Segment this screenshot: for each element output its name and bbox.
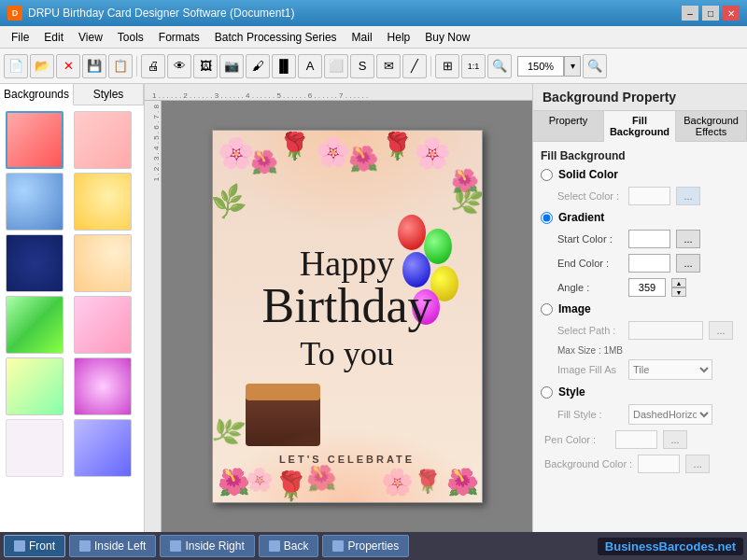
tab-property[interactable]: Property bbox=[533, 111, 604, 141]
bg-thumb-12[interactable] bbox=[74, 419, 132, 477]
tab-inside-right-icon bbox=[170, 540, 181, 552]
image-fill-as-select[interactable]: Tile bbox=[628, 359, 712, 380]
pen-color-box[interactable] bbox=[615, 430, 657, 449]
menu-edit[interactable]: Edit bbox=[36, 29, 71, 46]
image-radio[interactable] bbox=[541, 303, 553, 315]
pen-color-button[interactable]: ... bbox=[663, 430, 687, 449]
bg-thumb-9[interactable] bbox=[6, 357, 63, 415]
menu-tools[interactable]: Tools bbox=[110, 29, 151, 46]
balloon-red bbox=[398, 215, 426, 250]
maximize-button[interactable]: □ bbox=[702, 6, 719, 21]
end-color-box[interactable] bbox=[628, 254, 670, 273]
menu-help[interactable]: Help bbox=[380, 29, 418, 46]
select-color-box[interactable] bbox=[628, 187, 670, 205]
bg-thumb-5[interactable] bbox=[6, 234, 63, 292]
tab-styles[interactable]: Styles bbox=[74, 84, 144, 105]
tab-backgrounds[interactable]: Backgrounds bbox=[0, 84, 74, 105]
toolbar-mail[interactable]: ✉ bbox=[376, 54, 401, 78]
solid-color-radio[interactable] bbox=[541, 169, 553, 181]
bg-grid bbox=[0, 105, 144, 483]
toolbar-preview[interactable]: 👁 bbox=[167, 54, 191, 78]
bg-thumb-10[interactable] bbox=[74, 357, 132, 415]
bg-thumb-8[interactable] bbox=[74, 296, 132, 354]
bg-thumb-2[interactable] bbox=[74, 111, 132, 169]
toolbar-close-doc[interactable]: ✕ bbox=[56, 54, 80, 78]
menu-formats[interactable]: Formats bbox=[151, 29, 207, 46]
style-label: Style bbox=[558, 385, 585, 399]
tab-inside-right-label: Inside Right bbox=[185, 539, 244, 553]
card-canvas[interactable]: 🌸 🌺 🌹 🌸 🌺 🌹 🌸 🌺 🌿 🌿 🌿 bbox=[212, 130, 483, 503]
menu-view[interactable]: View bbox=[71, 29, 110, 46]
card-text-birthday: Birthday bbox=[262, 278, 432, 333]
fill-style-row: Fill Style : DashedHorizontal bbox=[541, 404, 740, 425]
title-bar: D DRPU Birthday Card Designer Software (… bbox=[0, 0, 747, 26]
canvas-area: 1 . . . . . . 2 . . . . . . 3 . . . . . … bbox=[145, 84, 532, 532]
start-color-button[interactable]: ... bbox=[676, 230, 700, 248]
bg-color-box[interactable] bbox=[638, 455, 680, 473]
toolbar-shape[interactable]: S bbox=[350, 54, 374, 78]
toolbar-save[interactable]: 💾 bbox=[82, 54, 106, 78]
bg-thumb-3[interactable] bbox=[6, 173, 63, 231]
bg-thumb-4[interactable] bbox=[74, 173, 132, 231]
bg-thumb-7[interactable] bbox=[6, 296, 63, 354]
ruler-horizontal: 1 . . . . . . 2 . . . . . . 3 . . . . . … bbox=[145, 84, 532, 101]
toolbar-paint[interactable]: 🖌 bbox=[246, 54, 270, 78]
menu-file[interactable]: File bbox=[4, 29, 36, 46]
bg-thumb-1[interactable] bbox=[6, 111, 63, 169]
angle-input[interactable]: 359 bbox=[628, 278, 666, 297]
toolbar-new[interactable]: 📄 bbox=[4, 54, 28, 78]
menu-batch[interactable]: Batch Processing Series bbox=[207, 29, 345, 46]
card-text-toyou: To you bbox=[300, 334, 393, 373]
tab-inside-left-icon bbox=[79, 540, 91, 552]
end-color-label: End Color : bbox=[557, 258, 623, 269]
tab-inside-left[interactable]: Inside Left bbox=[69, 535, 156, 557]
start-color-label: Start Color : bbox=[557, 233, 623, 245]
toolbar-barcode[interactable]: ▐▌ bbox=[272, 54, 296, 78]
toolbar-photo[interactable]: 📷 bbox=[219, 54, 244, 78]
toolbar-zoomin[interactable]: 🔍 bbox=[487, 54, 512, 78]
tab-back[interactable]: Back bbox=[259, 535, 319, 557]
end-color-button[interactable]: ... bbox=[676, 254, 700, 273]
bg-thumb-11[interactable] bbox=[6, 419, 63, 477]
zoom-input[interactable]: 150% bbox=[517, 56, 564, 77]
angle-up[interactable]: ▲ bbox=[671, 278, 686, 287]
minimize-button[interactable]: – bbox=[682, 6, 698, 21]
menu-bar: File Edit View Tools Formats Batch Proce… bbox=[0, 26, 747, 49]
zoom-dropdown[interactable]: ▾ bbox=[564, 56, 581, 77]
toolbar-print[interactable]: 🖨 bbox=[141, 54, 165, 78]
tab-properties[interactable]: Properties bbox=[322, 535, 409, 557]
flower-top-left: 🌸 bbox=[218, 135, 255, 171]
toolbar-textbox[interactable]: ⬜ bbox=[324, 54, 348, 78]
toolbar-text[interactable]: A bbox=[298, 54, 322, 78]
toolbar-ratio[interactable]: 1:1 bbox=[461, 54, 486, 78]
menu-mail[interactable]: Mail bbox=[345, 29, 380, 46]
toolbar-grid[interactable]: ⊞ bbox=[435, 54, 459, 78]
right-panel-title: Background Property bbox=[533, 84, 747, 111]
toolbar-open[interactable]: 📂 bbox=[30, 54, 54, 78]
path-button[interactable]: ... bbox=[709, 321, 733, 340]
fill-style-select[interactable]: DashedHorizontal bbox=[628, 404, 712, 425]
flower-top-right-center: 🌹 bbox=[381, 131, 414, 161]
tab-background-effects[interactable]: Background Effects bbox=[676, 111, 747, 141]
close-button[interactable]: ✕ bbox=[723, 6, 740, 21]
fill-style-label: Fill Style : bbox=[557, 409, 623, 420]
toolbar-image[interactable]: 🖼 bbox=[193, 54, 218, 78]
path-input[interactable] bbox=[628, 321, 703, 340]
toolbar-zoomout[interactable]: 🔍 bbox=[583, 54, 607, 78]
select-color-row: Select Color : ... bbox=[541, 187, 740, 205]
start-color-box[interactable] bbox=[628, 230, 670, 248]
tab-fill-background[interactable]: Fill Background bbox=[604, 111, 676, 142]
angle-down[interactable]: ▼ bbox=[671, 287, 686, 297]
tab-inside-right[interactable]: Inside Right bbox=[160, 535, 254, 557]
flower-top-center: 🌸 bbox=[316, 135, 350, 168]
bg-color-button[interactable]: ... bbox=[685, 455, 710, 473]
tab-front[interactable]: Front bbox=[4, 535, 65, 557]
style-radio[interactable] bbox=[541, 386, 553, 399]
select-color-button[interactable]: ... bbox=[676, 187, 700, 205]
menu-buynow[interactable]: Buy Now bbox=[417, 29, 477, 46]
toolbar-saveas[interactable]: 📋 bbox=[108, 54, 133, 78]
ruler-vertical: 1 . 2 . 3 . 4 . 5 . 6 . 7 . 8 bbox=[145, 101, 162, 532]
toolbar-line[interactable]: ╱ bbox=[402, 54, 427, 78]
gradient-radio[interactable] bbox=[541, 212, 553, 224]
bg-thumb-6[interactable] bbox=[74, 234, 132, 292]
